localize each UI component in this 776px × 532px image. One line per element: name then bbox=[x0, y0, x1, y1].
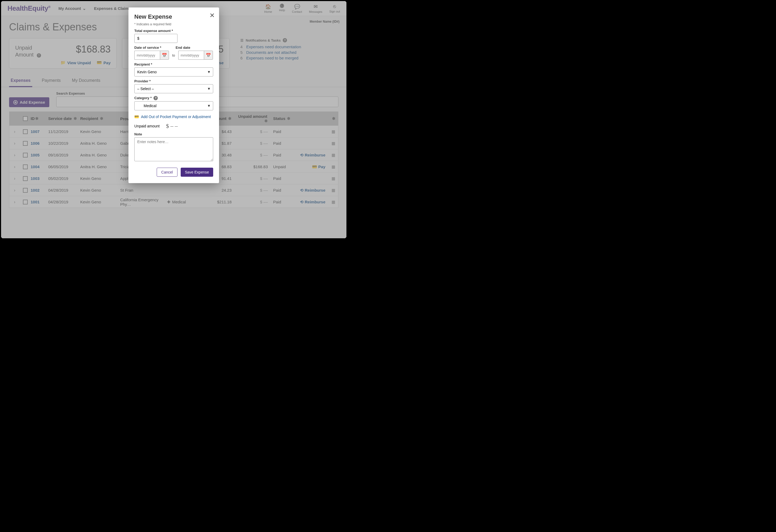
unpaid-amount-label: Unpaid amount bbox=[134, 124, 160, 128]
calendar-icon[interactable]: 📅 bbox=[160, 51, 169, 60]
unpaid-amount-value: $ – – bbox=[166, 123, 178, 130]
end-date-label: End date bbox=[176, 45, 213, 49]
note-textarea[interactable] bbox=[134, 137, 213, 161]
to-label: to bbox=[172, 53, 175, 57]
credit-card-icon: 💳 bbox=[134, 115, 139, 119]
recipient-label: Recipient * bbox=[134, 62, 213, 66]
category-label: Category * ? bbox=[134, 96, 213, 100]
total-amount-label: Total expense amount * bbox=[134, 29, 213, 33]
total-amount-input[interactable] bbox=[134, 34, 178, 43]
save-expense-button[interactable]: Save Expense bbox=[181, 168, 213, 177]
category-select[interactable] bbox=[134, 101, 213, 110]
cancel-button[interactable]: Cancel bbox=[157, 168, 178, 177]
provider-select[interactable] bbox=[134, 84, 213, 93]
add-out-of-pocket-link[interactable]: 💳 Add Out of Pocket Payment or Adjustmen… bbox=[134, 115, 213, 119]
new-expense-modal: ✕ New Expense * Indicates a required fie… bbox=[129, 7, 219, 183]
link-label: Add Out of Pocket Payment or Adjustment bbox=[141, 115, 211, 119]
date-of-service-input[interactable] bbox=[134, 51, 160, 60]
close-icon[interactable]: ✕ bbox=[209, 12, 215, 19]
note-label: Note bbox=[134, 132, 213, 136]
required-hint: * Indicates a required field bbox=[134, 22, 213, 26]
date-of-service-label: Date of service * bbox=[134, 45, 172, 49]
modal-title: New Expense bbox=[134, 13, 213, 20]
modal-overlay: ✕ New Expense * Indicates a required fie… bbox=[1, 1, 347, 238]
provider-label: Provider * bbox=[134, 79, 213, 83]
help-icon[interactable]: ? bbox=[154, 96, 158, 100]
category-label-text: Category * bbox=[134, 96, 152, 100]
recipient-select[interactable] bbox=[134, 67, 213, 76]
end-date-input[interactable] bbox=[178, 51, 204, 60]
calendar-icon[interactable]: 📅 bbox=[204, 51, 213, 60]
